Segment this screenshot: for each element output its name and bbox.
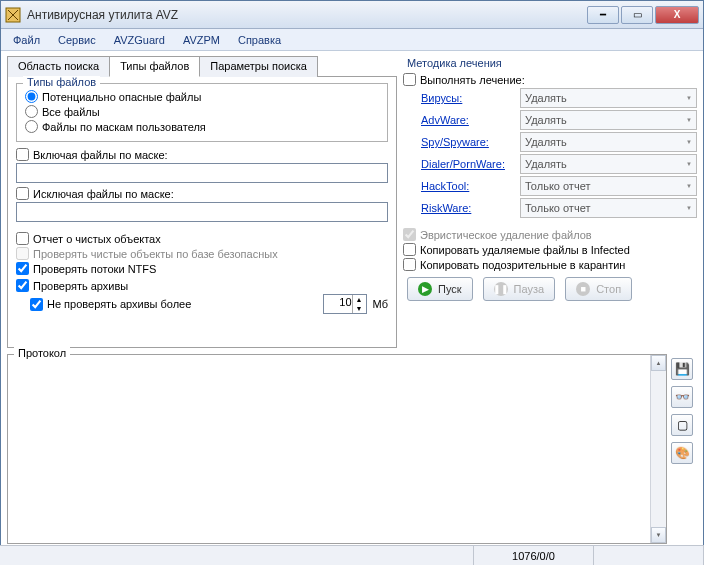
play-icon: ▶ — [418, 282, 432, 296]
close-button[interactable]: X — [655, 6, 699, 24]
menu-help[interactable]: Справка — [230, 32, 289, 48]
combo-riskware[interactable]: Только отчет▼ — [520, 198, 697, 218]
glasses-icon: 👓 — [675, 390, 690, 404]
tab-search-params[interactable]: Параметры поиска — [199, 56, 318, 77]
chevron-down-icon: ▼ — [686, 95, 692, 101]
check-archives[interactable] — [16, 279, 29, 292]
radio-dangerous-files-label[interactable]: Потенциально опасные файлы — [42, 91, 201, 103]
check-clean-safe — [16, 247, 29, 260]
chevron-down-icon: ▼ — [686, 117, 692, 123]
palette-icon: 🎨 — [675, 446, 690, 460]
check-exclude-mask[interactable] — [16, 187, 29, 200]
check-copy-infected[interactable] — [403, 243, 416, 256]
check-include-mask-label[interactable]: Включая файлы по маске: — [33, 149, 168, 161]
view-log-button[interactable]: 👓 — [671, 386, 693, 408]
scroll-up-icon[interactable]: ▲ — [651, 355, 666, 371]
save-icon: 💾 — [675, 362, 690, 376]
radio-dangerous-files[interactable] — [25, 90, 38, 103]
menu-avzpm[interactable]: AVZPM — [175, 32, 228, 48]
check-report-clean[interactable] — [16, 232, 29, 245]
check-ntfs-streams-label[interactable]: Проверять потоки NTFS — [33, 263, 156, 275]
check-heur-delete — [403, 228, 416, 241]
link-riskware[interactable]: RiskWare: — [421, 202, 516, 214]
tab-search-area[interactable]: Область поиска — [7, 56, 110, 77]
combo-dialer[interactable]: Удалять▼ — [520, 154, 697, 174]
radio-user-masks[interactable] — [25, 120, 38, 133]
check-skip-large-label[interactable]: Не проверять архивы более — [47, 298, 191, 310]
combo-spyware[interactable]: Удалять▼ — [520, 132, 697, 152]
page-icon: ▢ — [677, 418, 688, 432]
minimize-button[interactable]: ━ — [587, 6, 619, 24]
scroll-down-icon[interactable]: ▼ — [651, 527, 666, 543]
check-copy-infected-label[interactable]: Копировать удаляемые файлы в Infected — [420, 244, 630, 256]
tab-panel-file-types: Типы файлов Потенциально опасные файлы В… — [7, 76, 397, 348]
spin-archive-size[interactable]: 10 ▲ ▼ — [323, 294, 367, 314]
treatment-heading: Методика лечения — [407, 57, 697, 69]
chevron-down-icon: ▼ — [686, 205, 692, 211]
stop-icon: ■ — [576, 282, 590, 296]
stop-button: ■ Стоп — [565, 277, 632, 301]
combo-hacktool[interactable]: Только отчет▼ — [520, 176, 697, 196]
link-hacktool[interactable]: HackTool: — [421, 180, 516, 192]
spin-up-icon[interactable]: ▲ — [353, 295, 366, 304]
link-virus[interactable]: Вирусы: — [421, 92, 516, 104]
radio-all-files[interactable] — [25, 105, 38, 118]
scrollbar-vertical[interactable]: ▲ ▼ — [650, 355, 666, 543]
check-ntfs-streams[interactable] — [16, 262, 29, 275]
link-spyware[interactable]: Spy/Spyware: — [421, 136, 516, 148]
input-include-mask[interactable] — [16, 163, 388, 183]
check-report-clean-label[interactable]: Отчет о чистых объектах — [33, 233, 161, 245]
spin-archive-size-value: 10 — [339, 296, 351, 308]
radio-all-files-label[interactable]: Все файлы — [42, 106, 100, 118]
menu-avzguard[interactable]: AVZGuard — [106, 32, 173, 48]
check-heur-delete-label: Эвристическое удаление файлов — [420, 229, 592, 241]
options-log-button[interactable]: 🎨 — [671, 442, 693, 464]
protocol-label: Протокол — [14, 347, 70, 359]
link-advware[interactable]: AdvWare: — [421, 114, 516, 126]
link-dialer[interactable]: Dialer/PornWare: — [421, 158, 516, 170]
check-copy-quarantine-label[interactable]: Копировать подозрительные в карантин — [420, 259, 625, 271]
check-copy-quarantine[interactable] — [403, 258, 416, 271]
menu-bar: Файл Сервис AVZGuard AVZPM Справка — [1, 29, 703, 51]
app-icon — [5, 7, 21, 23]
check-include-mask[interactable] — [16, 148, 29, 161]
menu-file[interactable]: Файл — [5, 32, 48, 48]
tab-file-types[interactable]: Типы файлов — [109, 56, 200, 77]
protocol-log[interactable]: Протокол ▲ ▼ — [7, 354, 667, 544]
check-do-treat-label[interactable]: Выполнять лечение: — [420, 74, 525, 86]
spin-down-icon[interactable]: ▼ — [353, 304, 366, 313]
check-skip-large[interactable] — [30, 298, 43, 311]
clear-log-button[interactable]: ▢ — [671, 414, 693, 436]
chevron-down-icon: ▼ — [686, 183, 692, 189]
check-clean-safe-label: Проверять чистые объекты по базе безопас… — [33, 248, 278, 260]
status-bar: 1076/0/0 — [0, 545, 704, 565]
menu-service[interactable]: Сервис — [50, 32, 104, 48]
check-exclude-mask-label[interactable]: Исключая файлы по маске: — [33, 188, 174, 200]
check-archives-label[interactable]: Проверять архивы — [33, 280, 128, 292]
save-log-button[interactable]: 💾 — [671, 358, 693, 380]
spin-unit-label: Мб — [373, 298, 388, 310]
pause-button: ❚❚ Пауза — [483, 277, 556, 301]
radio-user-masks-label[interactable]: Файлы по маскам пользователя — [42, 121, 206, 133]
chevron-down-icon: ▼ — [686, 139, 692, 145]
combo-virus[interactable]: Удалять▼ — [520, 88, 697, 108]
check-do-treat[interactable] — [403, 73, 416, 86]
status-counts: 1076/0/0 — [512, 550, 555, 562]
maximize-button[interactable]: ▭ — [621, 6, 653, 24]
start-button[interactable]: ▶ Пуск — [407, 277, 473, 301]
chevron-down-icon: ▼ — [686, 161, 692, 167]
file-types-legend: Типы файлов — [23, 76, 100, 88]
pause-icon: ❚❚ — [494, 282, 508, 296]
input-exclude-mask[interactable] — [16, 202, 388, 222]
combo-advware[interactable]: Удалять▼ — [520, 110, 697, 130]
window-title: Антивирусная утилита AVZ — [27, 8, 587, 22]
